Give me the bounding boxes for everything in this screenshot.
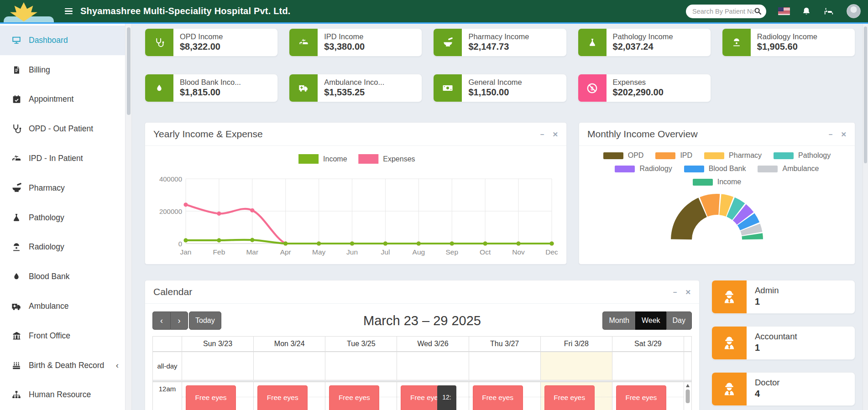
calendar-event-free-eyes[interactable]: Free eyes bbox=[186, 385, 236, 410]
hospital-logo[interactable] bbox=[3, 0, 62, 22]
svg-text:Apr: Apr bbox=[280, 248, 291, 256]
close-icon[interactable]: ✕ bbox=[841, 131, 847, 138]
legend-item-pathology[interactable]: Pathology bbox=[774, 151, 831, 160]
search-icon[interactable] bbox=[754, 7, 762, 15]
stat-card-pathology-income[interactable]: Pathology Income$2,037.24 bbox=[578, 28, 711, 57]
stat-card-blood-bank-inco[interactable]: Blood Bank Inco...$1,815.00 bbox=[145, 74, 278, 102]
sidebar-item-blood-bank[interactable]: Blood Bank bbox=[0, 262, 125, 291]
timegrid-cell-5[interactable]: Free eyes bbox=[540, 382, 612, 410]
calendar-view-month-button[interactable]: Month bbox=[602, 311, 635, 330]
stat-card-radiology-income[interactable]: Radiology Income$1,905.60 bbox=[722, 28, 855, 57]
stat-card-value: $1,150.00 bbox=[468, 87, 522, 98]
legend-item-ipd[interactable]: IPD bbox=[655, 151, 692, 160]
calendar-scrollbar[interactable] bbox=[684, 382, 692, 410]
sidebar-item-ipd-in-patient[interactable]: IPD - In Patient bbox=[0, 144, 125, 173]
sidebar-toggle-hamburger-icon[interactable] bbox=[65, 8, 73, 15]
sidebar-item-radiology[interactable]: Radiology bbox=[0, 233, 125, 262]
day-header-3[interactable]: Wed 3/26 bbox=[397, 337, 469, 352]
calendar-scrollbar-thumb[interactable] bbox=[686, 389, 690, 403]
day-header-2[interactable]: Tue 3/25 bbox=[325, 337, 397, 352]
timegrid-cell-4[interactable]: Free eyes bbox=[469, 382, 540, 410]
calendar-event-free-eyes[interactable]: Free eyes bbox=[544, 385, 595, 410]
minimize-icon[interactable]: − bbox=[829, 131, 833, 138]
bell-icon[interactable] bbox=[802, 6, 811, 16]
calendar-event-free-eyes[interactable]: Free eyes bbox=[329, 385, 379, 410]
stat-card-title: Pathology Income bbox=[613, 32, 673, 41]
page-scrollbar-thumb[interactable] bbox=[864, 26, 867, 163]
allday-cell-6[interactable] bbox=[612, 352, 684, 380]
staff-card-accountant[interactable]: Accountant1 bbox=[711, 326, 855, 360]
day-header-0[interactable]: Sun 3/23 bbox=[182, 337, 254, 352]
legend-label: Blood Bank bbox=[709, 165, 746, 173]
user-avatar[interactable] bbox=[847, 4, 861, 18]
chevron-left-icon: ‹ bbox=[116, 360, 119, 370]
legend-item-pharmacy[interactable]: Pharmacy bbox=[704, 151, 762, 160]
sidebar-item-billing[interactable]: Billing bbox=[0, 55, 125, 85]
calendar-event-free-eyes[interactable]: Free eyes bbox=[473, 385, 523, 410]
day-header-6[interactable]: Sat 3/29 bbox=[612, 337, 684, 352]
legend-item-opd[interactable]: OPD bbox=[603, 151, 644, 160]
close-icon[interactable]: ✕ bbox=[685, 289, 691, 296]
stat-card-ipd-income[interactable]: IPD Income$3,380.00 bbox=[289, 28, 422, 57]
calendar-today-button[interactable]: Today bbox=[189, 311, 221, 330]
search-input[interactable] bbox=[692, 8, 754, 15]
legend-item-income[interactable]: Income bbox=[693, 178, 741, 186]
sidebar-item-opd-out-patient[interactable]: OPD - Out Patient bbox=[0, 114, 125, 144]
panel-title: Monthly Income Overview bbox=[587, 129, 698, 140]
timegrid-cell-1[interactable]: Free eyes bbox=[254, 382, 325, 410]
sidebar-item-dashboard[interactable]: Dashboard bbox=[0, 26, 125, 55]
legend-item-ambulance[interactable]: Ambulance bbox=[758, 165, 819, 173]
allday-cell-5[interactable] bbox=[540, 352, 612, 380]
calendar-toolbar: ‹ › Today March 23 – 29 2025 MonthWeekDa… bbox=[145, 304, 699, 336]
legend-label: Radiology bbox=[639, 165, 672, 173]
page-scrollbar[interactable] bbox=[863, 24, 868, 410]
dollar-slash-icon: $ bbox=[578, 74, 607, 102]
sidebar-item-birth-death-record[interactable]: Birth & Death Record‹ bbox=[0, 351, 125, 380]
allday-cell-1[interactable] bbox=[254, 352, 325, 380]
stat-card-opd-income[interactable]: OPD Income$8,322.00 bbox=[145, 28, 278, 57]
calendar-view-day-button[interactable]: Day bbox=[666, 311, 692, 330]
legend-item-radiology[interactable]: Radiology bbox=[615, 165, 672, 173]
us-flag-icon[interactable] bbox=[778, 7, 790, 15]
staff-card-doctor[interactable]: Doctor4 bbox=[711, 372, 855, 406]
sidebar-item-ambulance[interactable]: Ambulance bbox=[0, 291, 125, 321]
staff-card-admin[interactable]: Admin1 bbox=[711, 280, 855, 314]
sidebar-scrollbar-thumb[interactable] bbox=[127, 27, 131, 115]
timegrid-cell-0[interactable]: Free eyes bbox=[182, 382, 254, 410]
event-title: Free eyes bbox=[339, 394, 370, 401]
calendar-prev-button[interactable]: ‹ bbox=[152, 311, 170, 330]
sidebar-scrollbar[interactable] bbox=[125, 24, 132, 410]
allday-cell-3[interactable] bbox=[397, 352, 469, 380]
minimize-icon[interactable]: − bbox=[673, 289, 677, 296]
stat-card-expenses[interactable]: $Expenses$202,290.00 bbox=[578, 74, 711, 102]
bed-icon[interactable] bbox=[823, 6, 835, 16]
sidebar-item-appointment[interactable]: Appointment bbox=[0, 85, 125, 114]
scroll-up-icon[interactable] bbox=[686, 384, 690, 387]
calendar-event-free-eyes[interactable]: Free eyes bbox=[616, 385, 666, 410]
allday-cell-4[interactable] bbox=[469, 352, 540, 380]
day-header-4[interactable]: Thu 3/27 bbox=[469, 337, 540, 352]
calendar-view-week-button[interactable]: Week bbox=[635, 311, 666, 330]
calendar-next-button[interactable]: › bbox=[170, 311, 188, 330]
legend-label: OPD bbox=[628, 151, 644, 160]
sidebar-item-front-office[interactable]: Front Office bbox=[0, 321, 125, 351]
sidebar-item-pharmacy[interactable]: Pharmacy bbox=[0, 173, 125, 203]
stat-card-general-income[interactable]: General Income$1,150.00 bbox=[433, 74, 566, 102]
day-header-5[interactable]: Fri 3/28 bbox=[540, 337, 612, 352]
sidebar-item-pathology[interactable]: Pathology bbox=[0, 203, 125, 233]
minimize-icon[interactable]: − bbox=[540, 131, 544, 138]
close-icon[interactable]: ✕ bbox=[552, 131, 558, 138]
day-header-1[interactable]: Mon 3/24 bbox=[254, 337, 325, 352]
legend-item-blood-bank[interactable]: Blood Bank bbox=[684, 165, 746, 173]
timegrid-cell-3[interactable]: Free eyes12: bbox=[397, 382, 469, 410]
stat-card-pharmacy-income[interactable]: Pharmacy Income$2,147.73 bbox=[433, 28, 566, 57]
stat-card-ambulance-inco[interactable]: Ambulance Inco...$1,535.25 bbox=[289, 74, 422, 102]
sidebar-item-human-resource[interactable]: Human Resource bbox=[0, 380, 125, 410]
allday-cell-2[interactable] bbox=[325, 352, 397, 380]
timegrid-cell-2[interactable]: Free eyes bbox=[325, 382, 397, 410]
calendar-event-free-eyes[interactable]: Free eyes bbox=[257, 385, 308, 410]
donut-segment-opd[interactable] bbox=[671, 198, 707, 240]
timegrid-cell-6[interactable]: Free eyes bbox=[612, 382, 684, 410]
allday-cell-0[interactable] bbox=[182, 352, 254, 380]
front-office-icon bbox=[11, 331, 22, 341]
